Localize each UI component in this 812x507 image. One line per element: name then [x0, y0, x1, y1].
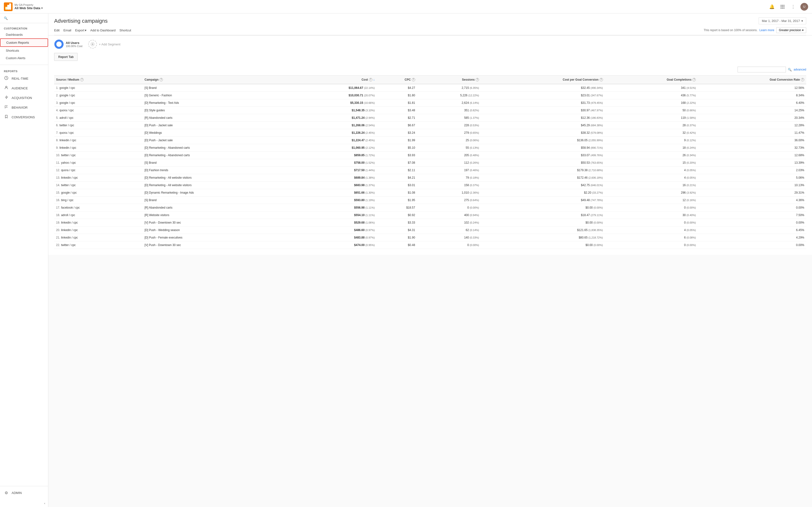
- cell-source: 12.quora / cpc: [54, 167, 143, 174]
- sidebar-item-audience[interactable]: AUDIENCE: [0, 83, 48, 93]
- table-row: 18.adroll / cpc [R] Website visitors $55…: [54, 212, 806, 219]
- bookmark-icon: [4, 115, 9, 119]
- add-dashboard-link[interactable]: Add to Dashboard: [90, 29, 116, 32]
- sidebar-item-conversions[interactable]: CONVERSIONS: [0, 112, 48, 122]
- table-row: 11.yahoo / cpc [S] Brand $758.00 (1.52%)…: [54, 159, 806, 167]
- grid-icon[interactable]: [779, 3, 786, 10]
- cell-cpgc: $42.75 (646.01%): [481, 181, 605, 189]
- shortcut-link[interactable]: Shortcut: [119, 29, 131, 32]
- sidebar-item-acquisition[interactable]: ACQUISITION: [0, 93, 48, 103]
- add-segment-button[interactable]: + Add Segment: [88, 40, 120, 49]
- col-cost-help[interactable]: ?: [369, 78, 372, 81]
- svg-rect-3: [9, 3, 11, 10]
- segment-all-users[interactable]: All Users 100.00% Cost: [54, 39, 83, 49]
- cell-rate: 10.13%: [698, 181, 806, 189]
- col-source-help[interactable]: ?: [80, 78, 84, 81]
- sidebar-item-real-time[interactable]: REAL-TIME: [0, 74, 48, 83]
- segment-info: All Users 100.00% Cost: [66, 41, 83, 48]
- search-submit-icon[interactable]: 🔍: [788, 68, 792, 71]
- cell-cost: $717.50 (1.44%): [292, 167, 376, 174]
- col-cpc: CPC ?: [377, 75, 417, 84]
- cell-cpgc: $38.32 (579.08%): [481, 129, 605, 137]
- cell-cpgc: $12.36 (186.83%): [481, 114, 605, 122]
- cell-source: 19.linkedin / cpc: [54, 219, 143, 226]
- avatar[interactable]: U: [800, 3, 808, 11]
- cell-cpgc: $32.45 (490.34%): [481, 84, 605, 92]
- col-completions-help[interactable]: ?: [692, 78, 696, 81]
- cell-rate: 12.28%: [698, 122, 806, 129]
- flag-icon: [4, 105, 9, 110]
- more-icon[interactable]: ⋮: [790, 3, 797, 10]
- cell-rate: 12.56%: [698, 84, 806, 92]
- sidebar-item-custom-reports[interactable]: Custom Reports: [0, 38, 48, 47]
- cell-cpc: $5.10: [377, 144, 417, 152]
- cell-cpgc: $30.97 (467.97%): [481, 107, 605, 114]
- col-rate: Goal Conversion Rate ?: [698, 75, 806, 84]
- sidebar-item-dashboards[interactable]: Dashboards: [0, 31, 48, 38]
- cell-sessions: 0 (0.00%): [417, 241, 481, 249]
- search-icon: 🔍: [4, 16, 8, 20]
- cell-completions: 12 (0.16%): [605, 196, 698, 204]
- cell-completions: 15 (0.20%): [605, 159, 698, 167]
- learn-more-link[interactable]: Learn more: [760, 29, 774, 32]
- table-row: 7.quora / cpc [D] Weddings $1,226.24 (2.…: [54, 129, 806, 137]
- cell-source: 6.twitter / cpc: [54, 122, 143, 129]
- col-rate-help[interactable]: ?: [801, 78, 804, 81]
- cell-sessions: 275 (0.64%): [417, 196, 481, 204]
- cell-rate: 2.03%: [698, 167, 806, 174]
- sidebar-item-admin[interactable]: ⚙ ADMIN: [0, 488, 48, 498]
- search-bar[interactable]: 🔍: [0, 13, 48, 23]
- cell-sessions: 205 (0.48%): [417, 152, 481, 159]
- sidebar-item-custom-alerts[interactable]: Custom Alerts: [0, 54, 48, 62]
- advanced-search-link[interactable]: advanced: [794, 68, 806, 71]
- collapse-sidebar-button[interactable]: ‹: [0, 500, 48, 507]
- table-row: 9.linkedin / cpc [D] Remarketing - Aband…: [54, 144, 806, 152]
- property-info: My GA Property All Web Site Data ▾: [14, 3, 43, 10]
- email-link[interactable]: Email: [63, 29, 71, 32]
- view-name[interactable]: All Web Site Data ▾: [14, 6, 43, 10]
- bell-icon[interactable]: 🔔: [768, 3, 775, 10]
- cell-sessions: 585 (1.37%): [417, 114, 481, 122]
- clock-icon: [4, 76, 9, 81]
- cell-cost: $683.98 (1.37%): [292, 181, 376, 189]
- precision-button[interactable]: Greater precision ▾: [776, 27, 806, 33]
- col-campaign-help[interactable]: ?: [159, 78, 163, 81]
- col-cpgc-help[interactable]: ?: [600, 78, 603, 81]
- cell-cpgc: $121.65 (1,838.35%): [481, 226, 605, 234]
- cell-cost: $10,030.71 (20.07%): [292, 92, 376, 99]
- sidebar-item-shortcuts[interactable]: Shortcuts: [0, 47, 48, 54]
- cell-cpgc: $172.46 (2,606.18%): [481, 174, 605, 181]
- svg-point-4: [780, 5, 781, 6]
- table-row: 17.facebook / cpc [R] Abandonded carts $…: [54, 204, 806, 212]
- col-sessions-help[interactable]: ?: [475, 78, 479, 81]
- cell-rate: 4.36%: [698, 196, 806, 204]
- sidebar-item-behavior[interactable]: BEHAVIOR: [0, 103, 48, 112]
- cell-cpc: $1.81: [377, 99, 417, 107]
- edit-link[interactable]: Edit: [54, 29, 59, 32]
- table-row: 16.bing / cpc [S] Brand $593.80 (1.19%) …: [54, 196, 806, 204]
- cell-cpc: $1.80: [377, 92, 417, 99]
- export-arrow: ▾: [85, 29, 87, 32]
- cell-cost: $1,060.95 (2.12%): [292, 144, 376, 152]
- col-cpc-help[interactable]: ?: [412, 78, 415, 81]
- cell-sessions: 55 (0.13%): [417, 144, 481, 152]
- cell-rate: 13.39%: [698, 159, 806, 167]
- cell-cost: $1,471.24 (2.94%): [292, 114, 376, 122]
- export-dropdown[interactable]: Export ▾: [75, 29, 87, 32]
- segment-label: All Users: [66, 41, 83, 45]
- table-search-input[interactable]: [738, 67, 786, 72]
- cell-completions: 30 (0.40%): [605, 212, 698, 219]
- svg-point-19: [55, 41, 63, 48]
- date-range-picker[interactable]: Mar 1, 2017 - Mar 31, 2017 ▾: [759, 17, 806, 24]
- cell-sessions: 79 (0.18%): [417, 174, 481, 181]
- cell-rate: 14.25%: [698, 107, 806, 114]
- cell-sessions: 158 (0.37%): [417, 181, 481, 189]
- cell-completions: 4 (0.05%): [605, 167, 698, 174]
- cell-source: 18.adroll / cpc: [54, 212, 143, 219]
- date-range-arrow: ▾: [801, 19, 803, 23]
- col-cost[interactable]: Cost ? ↓: [292, 75, 376, 84]
- table-row: 15.google / cpc [D] Dynamic Remarketing …: [54, 189, 806, 196]
- cell-campaign: [R] Abandonded carts: [143, 204, 292, 212]
- cell-cpc: $3.33: [377, 219, 417, 226]
- report-tab-button[interactable]: Report Tab: [54, 53, 78, 61]
